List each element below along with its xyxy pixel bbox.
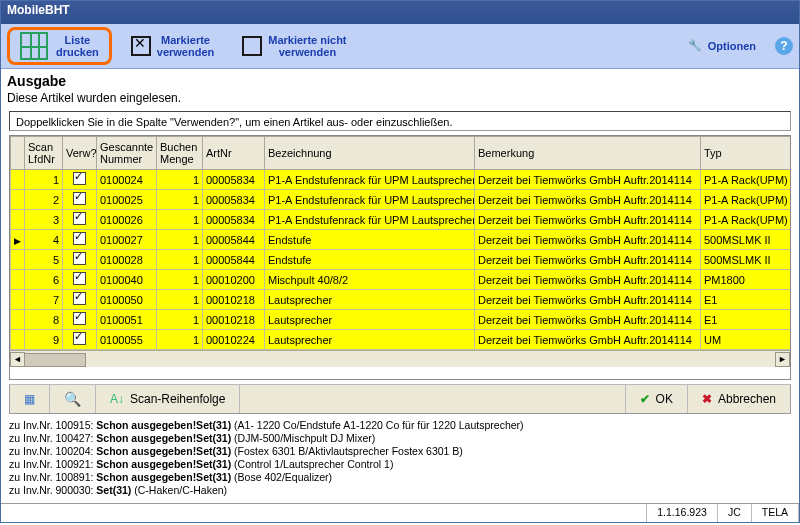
cell-buch: 1 [157,270,203,290]
options-button[interactable]: 🔧 Optionen [679,34,765,58]
cell-gesc: 0100055 [97,330,157,350]
scan-order-label: Scan-Reihenfolge [130,392,225,406]
table-row[interactable]: 70100050100010218LautsprecherDerzeit bei… [11,290,791,310]
cell-bez: Mischpult 40/8/2 [265,270,475,290]
checkbox-icon[interactable] [73,252,86,265]
col-bez[interactable]: Bezeichnung [265,137,475,170]
row-indicator [11,290,25,310]
cell-bem: Derzeit bei Tiemwörks GmbH Auftr.2014114 [475,250,701,270]
col-bem[interactable]: Bemerkung [475,137,701,170]
checkbox-icon[interactable] [73,292,86,305]
grid-header[interactable]: Scan LfdNr Verw? Gescannte Nummer Buchen… [11,137,791,170]
cell-bez: P1-A Endstufenrack für UPM Lautsprecher [265,190,475,210]
cell-verw[interactable] [63,170,97,190]
cell-scan: 8 [25,310,63,330]
cancel-button[interactable]: ✖ Abbrechen [688,385,790,413]
cell-buch: 1 [157,250,203,270]
print-line2: drucken [56,46,99,58]
checkbox-icon[interactable] [73,212,86,225]
checkbox-icon[interactable] [73,332,86,345]
cell-verw[interactable] [63,250,97,270]
col-verw[interactable]: Verw? [63,137,97,170]
checkbox-icon[interactable] [73,312,86,325]
cell-gesc: 0100051 [97,310,157,330]
cell-gesc: 0100028 [97,250,157,270]
cell-bez: P1-A Endstufenrack für UPM Lautsprecher [265,210,475,230]
cell-scan: 3 [25,210,63,230]
table-row[interactable]: 80100051100010218LautsprecherDerzeit bei… [11,310,791,330]
table-row[interactable]: 60100040100010200Mischpult 40/8/2Derzeit… [11,270,791,290]
grid-view-icon: ▦ [24,392,35,406]
table-row[interactable]: 90100055100010224LautsprecherDerzeit bei… [11,330,791,350]
col-artnr[interactable]: ArtNr [203,137,265,170]
scroll-thumb[interactable] [24,353,86,367]
cell-verw[interactable] [63,270,97,290]
cell-artnr: 00005834 [203,170,265,190]
horizontal-scrollbar[interactable]: ◄ ► [10,350,790,367]
use-line2: verwenden [157,46,214,58]
col-buch[interactable]: Buchen Menge [157,137,203,170]
statusbar: 1.1.16.923 JC TELA [1,503,799,522]
search-button[interactable]: 🔍 [50,385,96,413]
titlebar: MobileBHT [1,1,799,24]
cell-buch: 1 [157,170,203,190]
table-row[interactable]: 20100025100005834P1-A Endstufenrack für … [11,190,791,210]
cell-artnr: 00005834 [203,190,265,210]
cell-gesc: 0100050 [97,290,157,310]
cell-verw[interactable] [63,210,97,230]
cell-bez: Lautsprecher [265,330,475,350]
cell-verw[interactable] [63,310,97,330]
grid-icon [20,32,48,60]
log-line: zu Inv.Nr. 100891: Schon ausgegeben!Set(… [9,471,791,484]
scroll-left-icon[interactable]: ◄ [10,352,25,367]
row-indicator [11,250,25,270]
cell-bez: Lautsprecher [265,290,475,310]
article-grid[interactable]: Scan LfdNr Verw? Gescannte Nummer Buchen… [9,135,791,380]
table-row[interactable]: 10100024100005834P1-A Endstufenrack für … [11,170,791,190]
cell-typ: P1-A Rack(UPM) [701,190,791,210]
cell-verw[interactable] [63,230,97,250]
hint-box: Doppelklicken Sie in die Spalte "Verwend… [9,111,791,131]
checkbox-icon[interactable] [73,272,86,285]
row-indicator [11,190,25,210]
use-marked-button[interactable]: Markierte verwenden [122,29,223,63]
grid-view-button[interactable]: ▦ [10,385,50,413]
print-list-button[interactable]: Liste drucken [7,27,112,65]
cell-verw[interactable] [63,290,97,310]
cell-bez: Lautsprecher [265,310,475,330]
checkbox-icon[interactable] [73,192,86,205]
col-gesc[interactable]: Gescannte Nummer [97,137,157,170]
search-icon: 🔍 [64,391,81,407]
checkbox-icon[interactable] [73,172,86,185]
cell-scan: 9 [25,330,63,350]
table-row[interactable]: ▶40100027100005844EndstufeDerzeit bei Ti… [11,230,791,250]
status-db: TELA [752,504,799,522]
options-label: Optionen [708,40,756,52]
col-rowselector[interactable] [11,137,25,170]
cell-artnr: 00010218 [203,290,265,310]
cell-buch: 1 [157,330,203,350]
table-row[interactable]: 30100026100005834P1-A Endstufenrack für … [11,210,791,230]
section-heading: Ausgabe [1,69,799,89]
skip-marked-button[interactable]: Markierte nicht verwenden [233,29,355,63]
checkbox-icon[interactable] [73,232,86,245]
cell-scan: 4 [25,230,63,250]
scroll-right-icon[interactable]: ► [775,352,790,367]
col-typ[interactable]: Typ [701,137,791,170]
col-scan[interactable]: Scan LfdNr [25,137,63,170]
cell-buch: 1 [157,310,203,330]
cell-buch: 1 [157,230,203,250]
cell-verw[interactable] [63,190,97,210]
cancel-label: Abbrechen [718,392,776,406]
cell-verw[interactable] [63,330,97,350]
scan-order-button[interactable]: A↓ Scan-Reihenfolge [96,385,240,413]
ok-label: OK [656,392,673,406]
log-line: zu Inv.Nr. 100427: Schon ausgegeben!Set(… [9,432,791,445]
cell-scan: 1 [25,170,63,190]
cancel-icon: ✖ [702,392,712,406]
sort-icon: A↓ [110,392,124,406]
cell-artnr: 00005844 [203,250,265,270]
help-button[interactable]: ? [775,37,793,55]
ok-button[interactable]: ✔ OK [626,385,688,413]
table-row[interactable]: 50100028100005844EndstufeDerzeit bei Tie… [11,250,791,270]
